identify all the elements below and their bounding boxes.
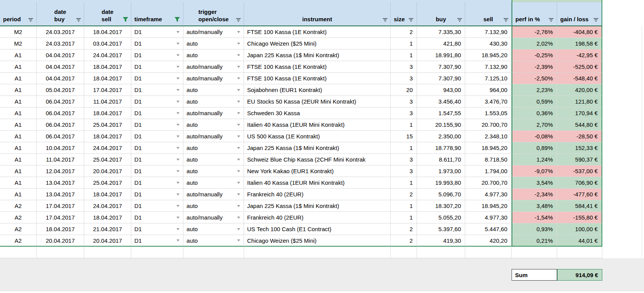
cell-sell[interactable]: 20.700,70 bbox=[465, 119, 512, 131]
cell-date-sell[interactable]: 18.04.2017 bbox=[84, 61, 131, 73]
dropdown-arrow-icon[interactable] bbox=[176, 205, 180, 207]
cell-gain-loss[interactable]: 198,58 € bbox=[557, 38, 602, 49]
cell-sell[interactable]: 2.348,10 bbox=[465, 131, 512, 142]
cell-period[interactable]: A2 bbox=[0, 212, 37, 223]
cell-perf-in-percent[interactable]: 1,24% bbox=[512, 154, 557, 165]
cell-timeframe[interactable]: D1 bbox=[131, 200, 183, 212]
dropdown-arrow-icon[interactable] bbox=[237, 240, 240, 242]
cell-gain-loss[interactable]: -548,40 € bbox=[557, 73, 602, 84]
header-instrument[interactable]: instrument bbox=[244, 2, 391, 26]
cell-perf-in-percent[interactable]: 2,02% bbox=[512, 38, 557, 49]
filter-icon[interactable] bbox=[28, 18, 33, 22]
cell-trigger-open-close[interactable]: auto bbox=[183, 119, 244, 131]
dropdown-arrow-icon[interactable] bbox=[176, 240, 180, 242]
cell-instrument[interactable]: FTSE 100 Kassa (1E Kontrakt) bbox=[244, 61, 391, 73]
cell-buy[interactable]: 419,30 bbox=[417, 235, 465, 247]
cell-period[interactable]: M2 bbox=[0, 38, 37, 49]
cell-buy[interactable]: 18.991,80 bbox=[417, 49, 465, 61]
dropdown-arrow-icon[interactable] bbox=[176, 147, 180, 149]
dropdown-arrow-icon[interactable] bbox=[237, 228, 240, 230]
dropdown-arrow-icon[interactable] bbox=[237, 193, 240, 195]
dropdown-arrow-icon[interactable] bbox=[237, 124, 240, 126]
cell-period[interactable]: A1 bbox=[0, 61, 37, 73]
cell-buy[interactable]: 19.993,80 bbox=[417, 177, 465, 189]
cell-date-sell[interactable]: 17.04.2017 bbox=[84, 84, 131, 96]
dropdown-arrow-icon[interactable] bbox=[176, 135, 180, 137]
cell-buy[interactable]: 7.307,90 bbox=[417, 73, 465, 84]
cell-size[interactable]: 3 bbox=[391, 73, 417, 84]
cell-trigger-open-close[interactable]: auto/manually bbox=[183, 131, 244, 142]
cell-timeframe[interactable]: D1 bbox=[131, 189, 183, 200]
cell-sell[interactable]: 964,00 bbox=[465, 84, 512, 96]
cell-buy[interactable]: 20.155,90 bbox=[417, 119, 465, 131]
empty-cell[interactable] bbox=[557, 247, 602, 258]
dropdown-arrow-icon[interactable] bbox=[176, 228, 180, 230]
cell-date-buy[interactable]: 17.04.2017 bbox=[37, 212, 84, 223]
empty-cell[interactable] bbox=[391, 269, 417, 281]
cell-period[interactable]: A1 bbox=[0, 49, 37, 61]
cell-date-buy[interactable]: 13.04.2017 bbox=[37, 189, 84, 200]
cell-buy[interactable]: 3.456,40 bbox=[417, 96, 465, 107]
filter-icon[interactable] bbox=[457, 18, 462, 22]
empty-cell[interactable] bbox=[131, 269, 183, 281]
cell-period[interactable]: A2 bbox=[0, 200, 37, 212]
cell-gain-loss[interactable]: 100,00 € bbox=[557, 223, 602, 235]
empty-cell[interactable] bbox=[465, 247, 512, 258]
dropdown-arrow-icon[interactable] bbox=[176, 112, 180, 114]
cell-timeframe[interactable]: D1 bbox=[131, 38, 183, 49]
dropdown-arrow-icon[interactable] bbox=[176, 77, 180, 79]
cell-perf-in-percent[interactable]: -2,76% bbox=[512, 26, 557, 38]
cell-timeframe[interactable]: D1 bbox=[131, 154, 183, 165]
empty-cell[interactable] bbox=[465, 269, 512, 281]
dropdown-arrow-icon[interactable] bbox=[237, 182, 240, 184]
cell-buy[interactable]: 5.055,20 bbox=[417, 212, 465, 223]
cell-perf-in-percent[interactable]: 2,70% bbox=[512, 119, 557, 131]
empty-cell[interactable] bbox=[37, 269, 84, 281]
empty-cell[interactable] bbox=[183, 247, 244, 258]
header-period[interactable]: period bbox=[0, 2, 37, 26]
filter-icon[interactable] bbox=[408, 18, 414, 22]
cell-timeframe[interactable]: D1 bbox=[131, 61, 183, 73]
cell-gain-loss[interactable]: -525,00 € bbox=[557, 61, 602, 73]
cell-gain-loss[interactable]: -404,80 € bbox=[557, 26, 602, 38]
cell-date-sell[interactable]: 24.04.2017 bbox=[84, 200, 131, 212]
cell-date-buy[interactable]: 11.04.2017 bbox=[37, 154, 84, 165]
cell-buy[interactable]: 421,80 bbox=[417, 38, 465, 49]
cell-trigger-open-close[interactable]: auto bbox=[183, 200, 244, 212]
cell-perf-in-percent[interactable]: -0,25% bbox=[512, 49, 557, 61]
cell-instrument[interactable]: Italien 40 Kassa (1EUR Mini Kontrakt) bbox=[244, 177, 391, 189]
dropdown-arrow-icon[interactable] bbox=[176, 170, 180, 172]
cell-instrument[interactable]: Chicago Weizen ($25 Mini) bbox=[244, 38, 391, 49]
cell-size[interactable]: 3 bbox=[391, 96, 417, 107]
dropdown-arrow-icon[interactable] bbox=[176, 182, 180, 184]
dropdown-arrow-icon[interactable] bbox=[176, 43, 180, 44]
cell-date-buy[interactable]: 17.04.2017 bbox=[37, 200, 84, 212]
dropdown-arrow-icon[interactable] bbox=[237, 66, 240, 68]
dropdown-arrow-icon[interactable] bbox=[237, 54, 240, 56]
cell-gain-loss[interactable]: 121,80 € bbox=[557, 96, 602, 107]
cell-size[interactable]: 2 bbox=[391, 26, 417, 38]
cell-instrument[interactable]: Schweiz Blue Chip Kassa (2CHF Mini Kontr… bbox=[244, 154, 391, 165]
cell-date-buy[interactable]: 12.04.2017 bbox=[37, 165, 84, 177]
cell-period[interactable]: A1 bbox=[0, 131, 37, 142]
cell-period[interactable]: A2 bbox=[0, 223, 37, 235]
cell-period[interactable]: A1 bbox=[0, 107, 37, 119]
empty-cell[interactable] bbox=[244, 269, 391, 281]
cell-instrument[interactable]: Schweden 30 Kassa bbox=[244, 107, 391, 119]
empty-cell[interactable] bbox=[84, 269, 131, 281]
header-gain-loss[interactable]: gain / loss bbox=[557, 2, 602, 26]
cell-sell[interactable]: 1.794,00 bbox=[465, 165, 512, 177]
dropdown-arrow-icon[interactable] bbox=[176, 66, 180, 68]
cell-size[interactable]: 2 bbox=[391, 235, 417, 247]
dropdown-arrow-icon[interactable] bbox=[176, 89, 180, 91]
cell-size[interactable]: 20 bbox=[391, 84, 417, 96]
cell-perf-in-percent[interactable]: 0,89% bbox=[512, 142, 557, 154]
cell-instrument[interactable]: Frankreich 40 (2EUR) bbox=[244, 212, 391, 223]
cell-sell[interactable]: 5.447,60 bbox=[465, 223, 512, 235]
cell-size[interactable]: 1 bbox=[391, 38, 417, 49]
dropdown-arrow-icon[interactable] bbox=[237, 216, 240, 218]
cell-size[interactable]: 1 bbox=[391, 212, 417, 223]
cell-date-sell[interactable]: 18.04.2017 bbox=[84, 26, 131, 38]
cell-buy[interactable]: 5.397,60 bbox=[417, 223, 465, 235]
cell-buy[interactable]: 5.096,70 bbox=[417, 189, 465, 200]
